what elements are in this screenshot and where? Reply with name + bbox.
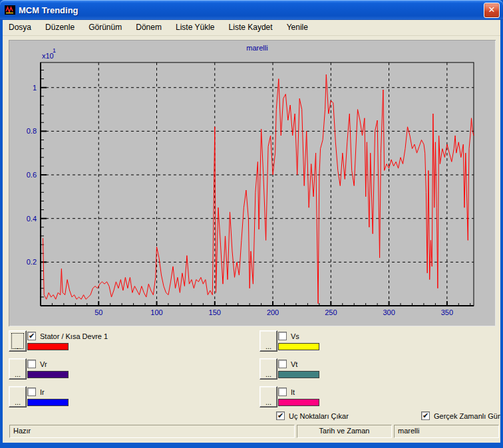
menu-item-duzenle[interactable]: Düzenle xyxy=(39,20,81,35)
svg-text:300: 300 xyxy=(383,308,395,316)
svg-text:0.4: 0.4 xyxy=(27,215,37,223)
menu-item-donem[interactable]: Dönem xyxy=(130,20,168,35)
status-message: Hazır xyxy=(9,425,295,438)
series-color-swatch-stator xyxy=(27,343,69,350)
svg-text:100: 100 xyxy=(150,308,162,316)
series-color-swatch-ir xyxy=(27,399,69,406)
menu-item-liste-kaydet[interactable]: Liste Kaydet xyxy=(223,20,279,35)
series-label-it: It xyxy=(291,388,295,396)
gercek-zamanli-checkbox[interactable]: ✔ xyxy=(421,411,430,420)
color-picker-button-vr[interactable]: ... xyxy=(9,358,27,380)
title-bar[interactable]: MCM Trending ✕ xyxy=(0,0,503,20)
svg-text:150: 150 xyxy=(209,308,221,316)
series-row-stator: ... ✔ Stator / Kısa Devre 1 xyxy=(9,330,128,353)
series-color-swatch-vt xyxy=(278,371,319,378)
uc-noktalari-cikar-checkbox[interactable]: ✔ xyxy=(276,411,285,420)
svg-text:0.8: 0.8 xyxy=(27,127,37,135)
color-picker-button-ir[interactable]: ... xyxy=(9,386,27,407)
series-color-swatch-vr xyxy=(27,371,69,378)
status-date-time: Tarih ve Zaman xyxy=(297,425,392,438)
series-checkbox-vt[interactable] xyxy=(278,360,287,368)
option-gercek-zamanli: ✔ Gerçek Zamanlı Günc xyxy=(421,411,500,421)
chart-canvas: 501001502002503003500.20.40.60.81marelli… xyxy=(9,40,496,326)
color-picker-button-vs[interactable]: ... xyxy=(259,330,277,352)
gercek-zamanli-label: Gerçek Zamanlı Günc xyxy=(434,412,500,420)
series-label-vr: Vr xyxy=(40,360,47,368)
client-area: Dosya Düzenle Görünüm Dönem Liste Yükle … xyxy=(3,20,500,443)
svg-text:0.2: 0.2 xyxy=(27,258,37,266)
svg-text:250: 250 xyxy=(325,308,337,316)
series-color-swatch-vs xyxy=(278,343,319,350)
series-label-vt: Vt xyxy=(291,360,297,368)
svg-text:50: 50 xyxy=(94,308,102,316)
series-label-stator: Stator / Kısa Devre 1 xyxy=(40,332,108,340)
series-checkbox-stator[interactable]: ✔ xyxy=(27,332,36,340)
svg-text:350: 350 xyxy=(441,308,453,316)
status-dataset-name: marelli xyxy=(394,425,499,438)
series-color-swatch-it xyxy=(278,399,319,406)
series-row-vt: ... Vt xyxy=(259,358,379,381)
window-title: MCM Trending xyxy=(19,5,79,15)
close-button[interactable]: ✕ xyxy=(484,3,500,18)
series-label-vs: Vs xyxy=(291,332,299,340)
series-row-it: ... It xyxy=(259,386,379,409)
series-row-vr: ... Vr xyxy=(9,358,128,381)
menu-item-dosya[interactable]: Dosya xyxy=(3,20,37,35)
series-row-vs: ... Vs xyxy=(259,330,379,353)
svg-text:0.6: 0.6 xyxy=(27,171,37,179)
series-checkbox-vr[interactable] xyxy=(27,360,36,368)
series-label-ir: Ir xyxy=(40,388,45,396)
svg-text:marelli: marelli xyxy=(246,44,267,52)
menu-item-liste-yukle[interactable]: Liste Yükle xyxy=(170,20,220,35)
series-checkbox-ir[interactable] xyxy=(27,388,36,396)
menu-item-gorunum[interactable]: Görünüm xyxy=(83,20,128,35)
color-picker-button-stator[interactable]: ... xyxy=(9,330,27,352)
mcm-trending-window: { "window": { "title": "MCM Trending", "… xyxy=(0,0,503,448)
option-uc-noktalari-cikar: ✔ Uç Noktaları Çıkar xyxy=(276,411,383,421)
color-picker-button-vt[interactable]: ... xyxy=(259,358,277,380)
svg-text:1: 1 xyxy=(33,84,37,92)
uc-noktalari-cikar-label: Uç Noktaları Çıkar xyxy=(289,412,349,420)
series-checkbox-vs[interactable] xyxy=(278,332,287,340)
app-icon xyxy=(5,5,15,15)
menu-item-yenile[interactable]: Yenile xyxy=(281,20,314,35)
svg-text:1: 1 xyxy=(53,47,56,54)
series-row-ir: ... Ir xyxy=(9,386,128,409)
trend-chart: 501001502002503003500.20.40.60.81marelli… xyxy=(9,40,496,326)
svg-text:200: 200 xyxy=(267,308,279,316)
menu-bar: Dosya Düzenle Görünüm Dönem Liste Yükle … xyxy=(3,20,500,36)
series-checkbox-it[interactable] xyxy=(278,388,287,396)
color-picker-button-it[interactable]: ... xyxy=(259,386,277,407)
